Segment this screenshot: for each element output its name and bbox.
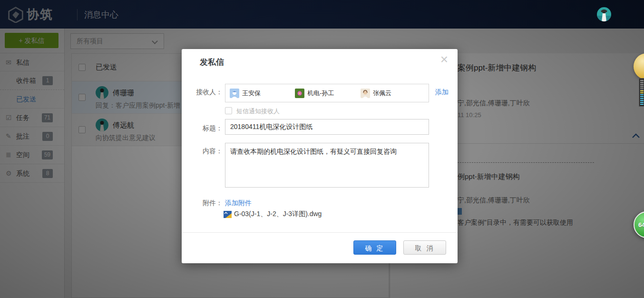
dialog-title: 发私信 bbox=[200, 57, 224, 68]
content-textarea[interactable]: 请查收本期的机电深化设计图纸，有疑义可直接回复咨询 bbox=[225, 143, 429, 188]
recipient-name: 王安保 bbox=[242, 89, 261, 98]
sms-notify-checkbox[interactable] bbox=[225, 107, 232, 114]
user-avatar[interactable] bbox=[597, 7, 611, 21]
send-message-dialog: 发私信 × 接收人： 王安保 机电-孙工 张佩云 bbox=[182, 49, 458, 263]
add-recipient-link[interactable]: 添加 bbox=[435, 88, 449, 97]
close-icon[interactable]: × bbox=[440, 53, 448, 66]
sms-notify-label: 短信通知接收人 bbox=[236, 107, 280, 116]
recipient-name: 机电-孙工 bbox=[307, 89, 334, 98]
confirm-button[interactable]: 确 定 bbox=[353, 240, 396, 255]
attachment-item[interactable]: G-03(J-1、J-2、J-3详图).dwg bbox=[224, 210, 322, 219]
service-badge-count: 64 bbox=[638, 221, 644, 228]
mini-scroll-stripes-gray bbox=[640, 80, 644, 90]
recipient-chip[interactable]: 张佩云 bbox=[361, 89, 391, 98]
mini-scroll-stripes-yellow bbox=[640, 90, 644, 94]
recipients-label: 接收人： bbox=[196, 88, 223, 97]
mini-scroll-widget[interactable] bbox=[639, 78, 644, 107]
recipients-field[interactable]: 王安保 机电-孙工 张佩云 bbox=[225, 84, 429, 102]
subject-label: 标题： bbox=[203, 124, 223, 133]
attachment-filename: G-03(J-1、J-2、J-3详图).dwg bbox=[234, 210, 322, 219]
recipient-avatar-worker bbox=[230, 89, 239, 98]
dialog-footer-divider bbox=[182, 232, 458, 233]
user-avatar-photo bbox=[597, 7, 611, 21]
subject-input[interactable] bbox=[225, 119, 429, 135]
cancel-button[interactable]: 取 消 bbox=[403, 240, 446, 255]
recipient-chip[interactable]: 王安保 bbox=[230, 89, 261, 98]
content-label: 内容： bbox=[203, 147, 223, 156]
app-root: 协筑 消息中心 + 发私信 ✉ 私信 收件箱 1 已发送 bbox=[0, 0, 644, 298]
attachment-label: 附件： bbox=[203, 199, 223, 208]
recipient-name: 张佩云 bbox=[373, 89, 391, 98]
add-attachment-link[interactable]: 添加附件 bbox=[225, 199, 252, 208]
dwg-file-icon bbox=[224, 211, 232, 218]
mini-scroll-stripes-cyan bbox=[640, 94, 644, 105]
recipient-avatar-flower bbox=[295, 89, 304, 98]
recipient-avatar-woman bbox=[361, 89, 370, 98]
recipient-chip[interactable]: 机电-孙工 bbox=[295, 89, 334, 98]
